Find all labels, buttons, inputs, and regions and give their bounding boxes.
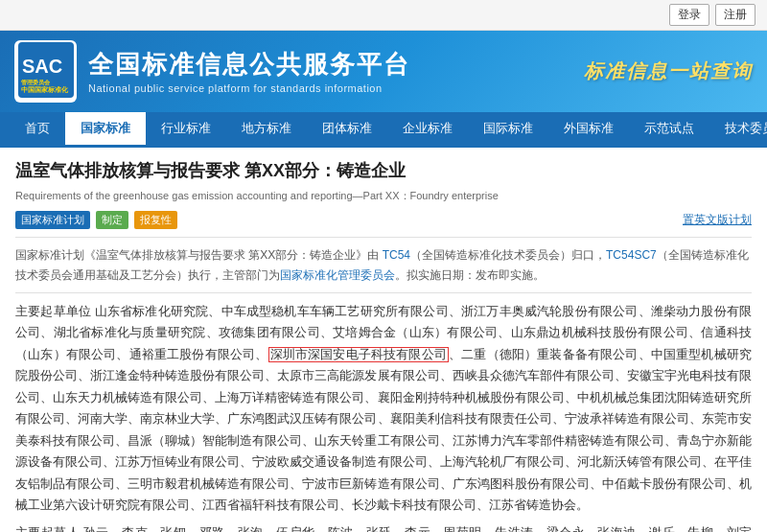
plan-link[interactable]: 置英文版计划 [683,212,752,228]
header-title: 全国标准信息公共服务平台 National public service pla… [88,49,410,95]
nav-tech-committee[interactable]: 技术委员会 [709,112,767,148]
highlight-shenzhen: 深圳市深国安电子科技有限公司 [268,347,449,362]
divider-2 [15,292,752,293]
nav-industry-standard[interactable]: 行业标准 [146,112,226,148]
body-text-1: 主要起草单位 山东省标准化研究院、中车成型稳机车车辆工艺研究所有限公司、浙江万丰… [15,301,752,517]
nav-national-standard[interactable]: 国家标准 [65,112,146,148]
nav-international-standard[interactable]: 国际标准 [468,112,548,148]
nav-group-standard[interactable]: 团体标准 [307,112,387,148]
tag-formulate: 制定 [96,211,128,229]
sac-logo: SAC 中国国家标准化 管理委员会 [14,40,77,103]
header-title-en: National public service platform for sta… [88,82,410,94]
svg-text:中国国家标准化: 中国国家标准化 [21,85,69,94]
tag-row: 国家标准计划 制定 报复性 置英文版计划 [15,211,752,229]
nav-local-standard[interactable]: 地方标准 [226,112,307,148]
login-button[interactable]: 登录 [669,4,709,26]
header-title-cn: 全国标准信息公共服务平台 [88,49,410,81]
tc54sc7-link[interactable]: TC54SC7 [606,248,657,262]
svg-text:SAC: SAC [22,56,62,77]
tc54-link[interactable]: TC54 [383,248,410,262]
header-slogan: 标准信息一站查询 [584,58,753,84]
nav-foreign-standard[interactable]: 外国标准 [548,112,629,148]
top-bar: 登录 注册 [0,0,767,31]
tag-retaliation: 报复性 [134,211,177,229]
highlight-hubei: 湖北省标准化与质量研究院 [54,326,206,339]
divider-1 [15,237,752,238]
nav-home[interactable]: 首页 [10,112,65,148]
admin-dept-link[interactable]: 国家标准化管理委员会 [280,268,395,282]
nav: 首页 国家标准 行业标准 地方标准 团体标准 企业标准 国际标准 外国标准 示范… [0,112,767,148]
header: SAC 中国国家标准化 管理委员会 全国标准信息公共服务平台 National … [0,31,767,112]
tag-national-plan: 国家标准计划 [15,211,90,229]
nav-enterprise-standard[interactable]: 企业标准 [387,112,468,148]
doc-subtitle: Requirements of the greenhouse gas emiss… [15,189,752,203]
doc-title: 温室气体排放核算与报告要求 第XX部分：铸造企业 [15,159,752,183]
nav-demo-pilot[interactable]: 示范试点 [629,112,709,148]
body-text-2: 主要起草人 孙云、李克、张钿、邓路、张泡、伍启华、陈波、张延、李元、周菊明、朱浩… [15,522,752,532]
register-button[interactable]: 注册 [715,4,755,26]
svg-text:管理委员会: 管理委员会 [21,79,51,85]
content-area: 温室气体排放核算与报告要求 第XX部分：铸造企业 Requirements of… [0,148,767,532]
meta-text: 国家标准计划《温室气体排放核算与报告要求 第XX部分：铸造企业》由 TC54（全… [15,245,752,285]
header-left: SAC 中国国家标准化 管理委员会 全国标准信息公共服务平台 National … [14,40,410,103]
